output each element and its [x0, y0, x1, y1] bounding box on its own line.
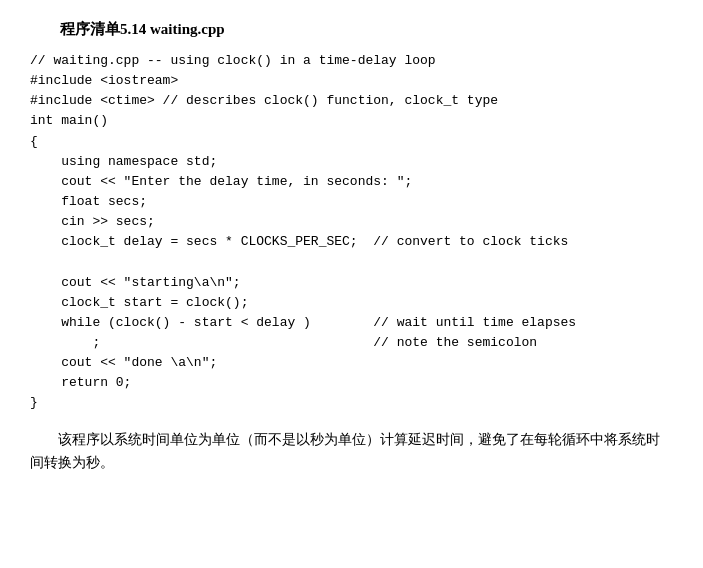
title: 程序清单5.14 waiting.cpp [30, 20, 673, 39]
code-block: // waiting.cpp -- using clock() in a tim… [30, 51, 673, 414]
description: 该程序以系统时间单位为单位（而不是以秒为单位）计算延迟时间，避免了在每轮循环中将… [30, 428, 673, 476]
listing-label: 程序清单5.14 waiting.cpp [60, 21, 225, 37]
